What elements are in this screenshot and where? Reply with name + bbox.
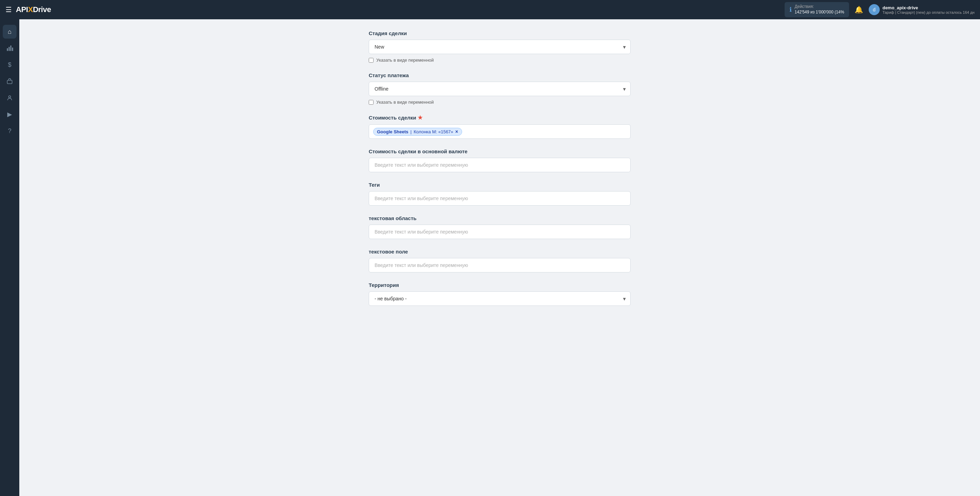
sidebar-item-billing[interactable]: $	[3, 58, 16, 72]
field-group-deal-cost-base: Стоимость сделки в основной валюте	[369, 148, 631, 172]
content-area: Стадия сделки New In Progress Closed Los…	[19, 19, 980, 496]
field-group-text-field: текстовое поле	[369, 249, 631, 272]
field-label-text-field: текстовое поле	[369, 249, 631, 254]
field-label-territory: Территория	[369, 282, 631, 288]
form-section: Стадия сделки New In Progress Closed Los…	[369, 30, 631, 306]
svg-rect-4	[7, 80, 12, 84]
info-icon: ℹ	[789, 6, 792, 13]
logo-x: X	[28, 5, 33, 14]
field-group-text-area: текстовая область	[369, 215, 631, 239]
checkbox-row-payment-status: Указать в виде переменной	[369, 100, 631, 105]
tags-input[interactable]	[369, 191, 631, 206]
text-field-input[interactable]	[369, 258, 631, 272]
sidebar-item-video[interactable]: ▶	[3, 108, 16, 121]
territory-select[interactable]: - не выбрано - Россия Европа Азия	[369, 291, 631, 306]
navbar-right: ℹ Действия: 142'549 из 1'000'000 (14% 🔔 …	[784, 2, 975, 17]
user-details: demo_apix-drive Тариф | Стандарт| (new) …	[883, 5, 975, 14]
user-info[interactable]: d demo_apix-drive Тариф | Стандарт| (new…	[869, 4, 975, 15]
user-name: demo_apix-drive	[883, 5, 975, 10]
field-group-deal-cost: Стоимость сделки ★ Google Sheets | Колон…	[369, 114, 631, 139]
tag-column: Колонка М: «1567»	[414, 129, 453, 134]
navbar-left: ☰ APIXDrive	[5, 5, 51, 14]
actions-title: Действия:	[795, 4, 844, 10]
tag-pill-google-sheets: Google Sheets | Колонка М: «1567» ×	[373, 128, 462, 136]
select-wrapper-stage: New In Progress Closed Lost ▾	[369, 40, 631, 54]
actions-badge[interactable]: ℹ Действия: 142'549 из 1'000'000 (14%	[784, 2, 849, 17]
payment-status-select[interactable]: Offline Online Pending Paid	[369, 82, 631, 96]
field-label-text-area: текстовая область	[369, 215, 631, 221]
svg-point-5	[9, 96, 11, 98]
field-label-stage: Стадия сделки	[369, 30, 631, 36]
actions-count: 142'549 из 1'000'000 (14%	[795, 10, 844, 15]
field-label-tags: Теги	[369, 182, 631, 188]
required-asterisk: ★	[418, 114, 422, 121]
tag-source-name: Google Sheets	[377, 129, 408, 134]
stage-variable-label[interactable]: Указать в виде переменной	[376, 57, 434, 63]
text-area-input[interactable]	[369, 224, 631, 239]
logo-text: APIXDrive	[16, 5, 51, 14]
tag-input-deal-cost[interactable]: Google Sheets | Колонка М: «1567» ×	[369, 124, 631, 139]
field-label-deal-cost-base: Стоимость сделки в основной валюте	[369, 148, 631, 154]
deal-cost-base-input[interactable]	[369, 158, 631, 172]
svg-rect-0	[7, 48, 8, 51]
payment-variable-label[interactable]: Указать в виде переменной	[376, 100, 434, 105]
select-wrapper-territory: - не выбрано - Россия Европа Азия ▾	[369, 291, 631, 306]
field-group-territory: Территория - не выбрано - Россия Европа …	[369, 282, 631, 306]
checkbox-row-stage: Указать в виде переменной	[369, 57, 631, 63]
logo: APIXDrive	[16, 5, 51, 14]
field-label-payment-status: Статус платежа	[369, 72, 631, 78]
avatar-initial: d	[873, 7, 876, 13]
field-group-tags: Теги	[369, 182, 631, 206]
main-layout: ⌂ $ ▶ ?	[0, 19, 980, 496]
tag-separator: |	[410, 129, 411, 134]
sidebar-item-help[interactable]: ?	[3, 124, 16, 138]
svg-rect-1	[9, 47, 10, 51]
field-label-deal-cost: Стоимость сделки ★	[369, 114, 631, 121]
svg-rect-3	[12, 48, 13, 51]
bell-icon[interactable]: 🔔	[854, 5, 863, 14]
select-wrapper-payment-status: Offline Online Pending Paid ▾	[369, 82, 631, 96]
user-plan: Тариф | Стандарт| (new) до оплаты остало…	[883, 10, 975, 14]
sidebar: ⌂ $ ▶ ?	[0, 19, 19, 496]
field-group-payment-status: Статус платежа Offline Online Pending Pa…	[369, 72, 631, 105]
sidebar-item-contacts[interactable]	[3, 91, 16, 105]
avatar: d	[869, 4, 880, 15]
payment-variable-checkbox[interactable]	[369, 100, 374, 105]
hamburger-menu-icon[interactable]: ☰	[5, 5, 12, 14]
stage-select[interactable]: New In Progress Closed Lost	[369, 40, 631, 54]
navbar: ☰ APIXDrive ℹ Действия: 142'549 из 1'000…	[0, 0, 980, 19]
tag-remove-icon[interactable]: ×	[455, 129, 458, 134]
field-group-stage: Стадия сделки New In Progress Closed Los…	[369, 30, 631, 63]
sidebar-item-graph[interactable]	[3, 41, 16, 55]
stage-variable-checkbox[interactable]	[369, 58, 374, 63]
actions-label: Действия: 142'549 из 1'000'000 (14%	[795, 4, 844, 15]
sidebar-item-briefcase[interactable]	[3, 75, 16, 88]
svg-rect-2	[10, 46, 11, 51]
sidebar-item-home[interactable]: ⌂	[3, 25, 16, 38]
